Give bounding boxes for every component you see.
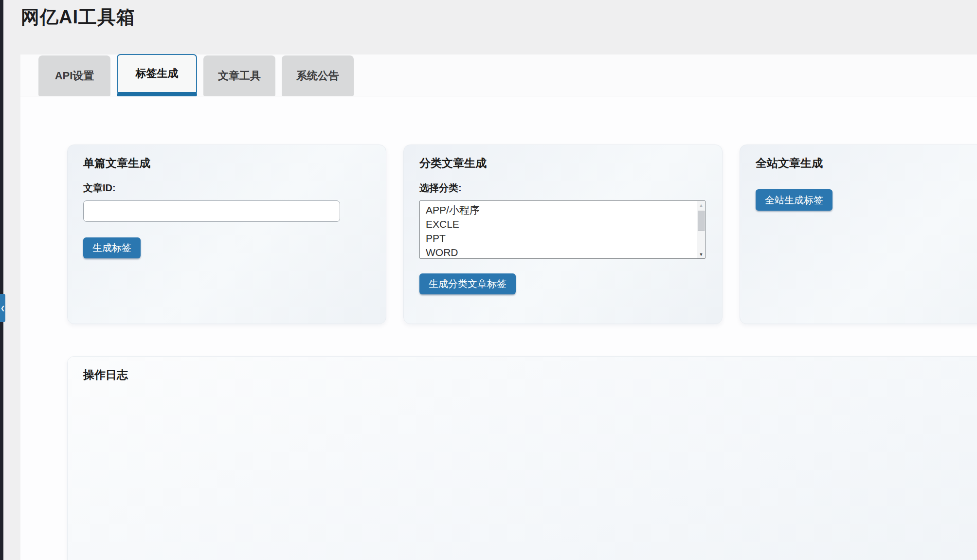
tab-list: API设置 标签生成 文章工具 系统公告 <box>38 54 354 96</box>
site-generate-tags-button[interactable]: 全站生成标签 <box>756 189 832 211</box>
article-id-input[interactable] <box>83 200 340 222</box>
tab-bar: API设置 标签生成 文章工具 系统公告 <box>20 54 977 96</box>
cards-row: 单篇文章生成 文章ID: 生成标签 分类文章生成 选择分类: APP/小程序 E… <box>67 145 977 324</box>
category-option[interactable]: APP/小程序 <box>420 203 705 217</box>
sidebar-collapse-handle[interactable]: ❮ <box>0 294 5 322</box>
window-edge-strip <box>0 0 3 560</box>
category-option-list: APP/小程序 EXCLE PPT WORD <box>420 201 705 259</box>
category-listbox[interactable]: APP/小程序 EXCLE PPT WORD ▲ ▼ <box>419 200 706 259</box>
site-article-title: 全站文章生成 <box>756 157 977 170</box>
category-article-title: 分类文章生成 <box>419 157 706 170</box>
tab-api-settings[interactable]: API设置 <box>38 55 110 96</box>
generate-category-tags-button[interactable]: 生成分类文章标签 <box>419 273 516 294</box>
category-option[interactable]: WORD <box>420 245 705 259</box>
single-article-title: 单篇文章生成 <box>83 157 370 170</box>
scroll-up-icon[interactable]: ▲ <box>697 201 705 209</box>
tab-article-tools[interactable]: 文章工具 <box>203 55 275 96</box>
category-article-card: 分类文章生成 选择分类: APP/小程序 EXCLE PPT WORD ▲ ▼ … <box>403 145 723 324</box>
operation-log-title: 操作日志 <box>83 368 977 381</box>
category-select-label: 选择分类: <box>419 182 706 194</box>
listbox-scrollbar[interactable]: ▲ ▼ <box>697 201 705 258</box>
scroll-down-icon[interactable]: ▼ <box>697 250 705 258</box>
scrollbar-thumb[interactable] <box>698 211 705 231</box>
generate-tag-button[interactable]: 生成标签 <box>83 237 141 258</box>
category-option[interactable]: PPT <box>420 231 705 245</box>
article-id-label: 文章ID: <box>83 182 370 194</box>
category-option[interactable]: EXCLE <box>420 217 705 231</box>
chevron-left-icon: ❮ <box>0 305 5 311</box>
single-article-card: 单篇文章生成 文章ID: 生成标签 <box>67 145 386 324</box>
operation-log-card: 操作日志 <box>67 356 977 560</box>
site-article-card: 全站文章生成 全站生成标签 <box>740 145 977 324</box>
main-content: 单篇文章生成 文章ID: 生成标签 分类文章生成 选择分类: APP/小程序 E… <box>20 96 977 560</box>
tab-system-announcement[interactable]: 系统公告 <box>282 55 354 96</box>
page-title: 网亿AI工具箱 <box>21 5 135 30</box>
tab-tag-generation[interactable]: 标签生成 <box>117 54 197 96</box>
